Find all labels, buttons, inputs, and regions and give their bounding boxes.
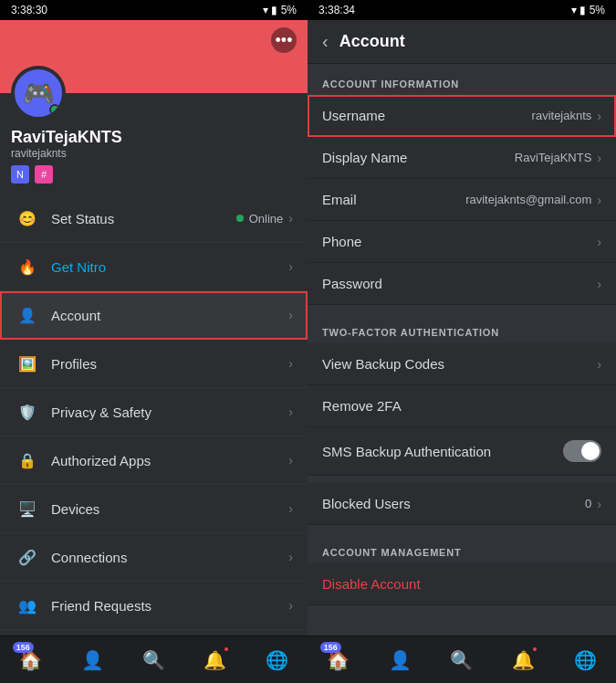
friends-icon-left: 👤 [81, 649, 104, 671]
home-badge-left: 156 [13, 642, 34, 653]
email-value: ravitejaknts@gmail.com [465, 193, 591, 206]
remove-2fa-label: Remove 2FA [322, 398, 601, 414]
devices-label: Devices [51, 501, 288, 517]
menu-item-devices[interactable]: 🖥️ Devices › [0, 485, 308, 533]
toggle-knob [581, 442, 600, 460]
privacy-safety-chevron: › [288, 405, 293, 419]
friend-requests-icon: 👥 [15, 593, 40, 618]
profile-section: 🎮 RaviTejaKNTS ravitejaknts N # [0, 93, 308, 194]
profile-handle: ravitejaknts [11, 147, 297, 160]
nav-mentions-right[interactable]: 🔔 [504, 640, 544, 680]
get-nitro-chevron: › [288, 259, 293, 274]
left-panel: 3:38:30 ▾ ▮ 5% ••• 🎮 RaviTejaKNTS ravite… [0, 0, 308, 683]
get-nitro-label: Get Nitro [51, 259, 288, 275]
bottom-nav-left: 🏠 156 👤 🔍 🔔 🌐 [0, 636, 308, 683]
online-status-indicator [49, 104, 60, 115]
section-header-2fa: TWO-FACTOR AUTHENTICATION [308, 312, 616, 343]
nav-search-left[interactable]: 🔍 [133, 640, 173, 680]
settings-item-disable-account[interactable]: Disable Account [308, 563, 616, 605]
friend-requests-chevron: › [288, 598, 293, 613]
sms-backup-toggle[interactable] [563, 440, 601, 462]
view-backup-codes-label: View Backup Codes [322, 356, 597, 372]
settings-item-remove-2fa[interactable]: Remove 2FA [308, 385, 616, 427]
email-chevron: › [597, 193, 601, 207]
more-button[interactable]: ••• [271, 27, 297, 53]
settings-item-email[interactable]: Email ravitejaknts@gmail.com › [308, 179, 616, 221]
connections-chevron: › [288, 550, 293, 564]
settings-item-blocked-users[interactable]: Blocked Users 0 › [308, 483, 616, 525]
username-chevron: › [597, 109, 601, 123]
phone-chevron: › [597, 235, 601, 249]
nav-home-left[interactable]: 🏠 156 [11, 640, 51, 680]
online-dot [236, 215, 244, 222]
settings-item-sms-backup[interactable]: SMS Backup Authentication [308, 427, 616, 476]
blocked-users-label: Blocked Users [322, 496, 585, 511]
menu-item-set-status[interactable]: 😊 Set Status Online › [0, 194, 308, 243]
devices-icon: 🖥️ [15, 496, 40, 521]
display-name-value: RaviTejaKNTS [515, 151, 592, 164]
avatar: 🎮 [11, 66, 66, 121]
spacer-2 [308, 476, 616, 483]
devices-chevron: › [288, 501, 293, 516]
nav-mentions-left[interactable]: 🔔 [195, 640, 235, 680]
disable-account-label: Disable Account [322, 576, 601, 592]
content-area: ACCOUNT INFORMATION Username ravitejaknt… [308, 64, 616, 636]
profiles-label: Profiles [51, 356, 288, 372]
menu-item-privacy-safety[interactable]: 🛡️ Privacy & Safety › [0, 388, 308, 436]
section-header-account-info: ACCOUNT INFORMATION [308, 64, 616, 95]
nav-profile-right[interactable]: 🌐 [565, 640, 605, 680]
settings-item-password[interactable]: Password › [308, 263, 616, 305]
menu-list: 😊 Set Status Online › 🔥 Get Nitro › 👤 Ac… [0, 194, 308, 636]
menu-item-get-nitro[interactable]: 🔥 Get Nitro › [0, 243, 308, 291]
menu-item-scan-qr[interactable]: 📷 Scan QR Code › [0, 630, 308, 636]
phone-label: Phone [322, 234, 597, 249]
mentions-icon-right: 🔔 [512, 649, 535, 671]
view-backup-codes-chevron: › [597, 357, 601, 372]
username-value: ravitejaknts [532, 109, 592, 122]
tag-badge: # [35, 165, 53, 184]
signal-left: ▾ ▮ 5% [263, 4, 297, 16]
profile-name: RaviTejaKNTS [11, 128, 297, 147]
spacer-3 [308, 525, 616, 532]
blocked-users-count: 0 [585, 497, 591, 510]
connections-label: Connections [51, 550, 288, 565]
display-name-label: Display Name [322, 150, 515, 165]
settings-item-username[interactable]: Username ravitejaknts › [308, 95, 616, 137]
status-bar-left: 3:38:30 ▾ ▮ 5% [0, 0, 308, 20]
set-status-right: Online › [236, 211, 293, 226]
status-text: Online [249, 212, 284, 226]
nav-home-right[interactable]: 🏠 156 [318, 640, 359, 680]
profile-badges: N # [11, 165, 297, 184]
mentions-notif-right [531, 646, 538, 653]
blocked-users-chevron: › [597, 497, 601, 511]
right-panel: 3:38:34 ▾ ▮ 5% ‹ Account ACCOUNT INFORMA… [308, 0, 616, 683]
nav-friends-left[interactable]: 👤 [72, 640, 112, 680]
password-label: Password [322, 276, 597, 291]
profile-icon-left: 🌐 [266, 649, 288, 671]
authorized-apps-label: Authorized Apps [51, 453, 288, 468]
top-bar: ‹ Account [308, 20, 616, 64]
nav-friends-right[interactable]: 👤 [380, 640, 420, 680]
profiles-chevron: › [288, 356, 293, 371]
menu-item-connections[interactable]: 🔗 Connections › [0, 533, 308, 582]
email-label: Email [322, 192, 465, 207]
time-left: 3:38:30 [11, 4, 47, 16]
menu-item-account[interactable]: 👤 Account › [0, 291, 308, 340]
profiles-icon: 🖼️ [15, 351, 40, 376]
back-button[interactable]: ‹ [322, 31, 329, 52]
nav-search-right[interactable]: 🔍 [442, 640, 482, 680]
settings-item-display-name[interactable]: Display Name RaviTejaKNTS › [308, 137, 616, 179]
status-bar-right: 3:38:34 ▾ ▮ 5% [308, 0, 616, 20]
menu-item-authorized-apps[interactable]: 🔒 Authorized Apps › [0, 436, 308, 485]
mentions-notif-left [223, 646, 230, 653]
nav-profile-left[interactable]: 🌐 [256, 640, 297, 680]
friend-requests-label: Friend Requests [51, 598, 288, 614]
get-nitro-icon: 🔥 [15, 254, 40, 279]
menu-item-friend-requests[interactable]: 👥 Friend Requests › [0, 582, 308, 630]
menu-item-profiles[interactable]: 🖼️ Profiles › [0, 340, 308, 388]
settings-item-phone[interactable]: Phone › [308, 221, 616, 263]
settings-item-view-backup-codes[interactable]: View Backup Codes › [308, 343, 616, 385]
privacy-safety-icon: 🛡️ [15, 399, 40, 425]
display-name-chevron: › [597, 151, 601, 165]
spacer-4 [308, 605, 616, 613]
